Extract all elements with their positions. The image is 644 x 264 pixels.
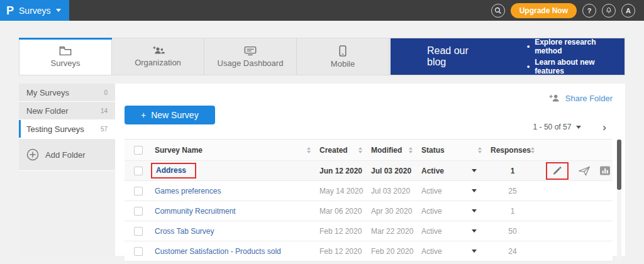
folder-icon [59,46,72,56]
survey-name-link[interactable]: Customer Satisfaction - Products sold [155,247,281,256]
search-button[interactable] [491,4,505,18]
help-button[interactable]: ? [582,4,596,18]
folder-count: 0 [104,89,108,96]
tab-label: Organization [135,58,181,67]
content-area: My Surveys 0 New Folder 14 Testing Surve… [19,84,625,256]
share-person-icon [548,94,561,102]
blog-banner-bullets: Explore research method Learn about new … [527,35,625,78]
add-folder-button[interactable]: Add Folder [19,139,115,170]
edit-survey-button[interactable] [552,166,562,176]
col-responses: Responses [491,146,531,155]
sidebar-filler [19,171,115,256]
table-row[interactable]: Cross Tab Survey Feb 12 2020 Mar 22 2020… [125,221,613,241]
sort-icon[interactable] [409,147,413,153]
folder-sidebar: My Surveys 0 New Folder 14 Testing Surve… [19,84,115,256]
app-label: Surveys [19,6,51,16]
new-survey-button[interactable]: + New Survey [125,106,215,124]
tab-label: Surveys [51,58,80,68]
responses-cell: 1 [488,207,537,216]
table-row[interactable]: Customer Satisfaction - Products sold Fe… [125,241,613,261]
survey-name-link[interactable]: Community Recruitment [155,207,236,216]
notifications-button[interactable] [602,4,616,18]
folder-count: 57 [101,126,108,133]
row-checkbox[interactable] [134,187,143,195]
folder-label: Testing Surveys [26,124,84,134]
surveys-table: Survey Name Created Modified Status Resp… [125,139,613,261]
modified-cell: Jul 03 2020 [369,167,419,175]
send-survey-button[interactable] [579,166,590,176]
sidebar-item-my-surveys[interactable]: My Surveys 0 [19,84,115,101]
people-add-icon [151,46,165,55]
edit-annotation-box [546,162,569,180]
sort-icon[interactable] [358,147,362,153]
pagination-range: 1 - 50 of 57 [533,123,572,131]
avatar[interactable]: A [621,4,635,18]
modified-cell: Jul 03 2020 [369,187,419,195]
tab-usage-dashboard[interactable]: Usage Dashboard [204,38,297,75]
tab-surveys[interactable]: Surveys [19,38,112,75]
top-bar: P Surveys Upgrade Now ? A [0,0,644,21]
row-checkbox[interactable] [134,247,143,256]
table-scrollbar[interactable] [617,140,621,261]
tab-organization[interactable]: Organization [112,38,204,75]
status-label: Active [421,187,442,195]
folder-label: My Surveys [26,88,69,97]
col-survey-name: Survey Name [155,146,203,155]
tab-strip: Surveys Organization Usage Dashboard Mob… [19,38,625,75]
sort-icon[interactable] [307,147,311,153]
status-dropdown-caret[interactable] [472,250,477,253]
page-size-dropdown[interactable] [576,126,581,129]
chevron-down-icon [56,9,61,12]
plus-circle-icon [26,148,39,161]
share-folder-link[interactable]: Share Folder [565,94,613,103]
sort-icon[interactable] [478,147,482,153]
created-cell: May 14 2020 [317,187,369,195]
table-row[interactable]: Address Jun 12 2020 Jul 03 2020 Active 1 [125,161,613,181]
modified-cell: Apr 30 2020 [369,207,419,216]
row-checkbox[interactable] [134,167,143,175]
responses-cell: 24 [488,247,537,256]
blog-banner-title: Read our blog [427,45,489,68]
modified-cell: Feb 20 2020 [369,247,419,256]
tab-mobile[interactable]: Mobile [297,38,389,75]
modified-cell: Mar 22 2020 [369,227,419,236]
created-cell: Feb 12 2020 [317,247,369,256]
sidebar-item-new-folder[interactable]: New Folder 14 [19,102,115,119]
reports-button[interactable] [600,166,610,175]
blog-banner[interactable]: Read our blog Explore research method Le… [391,38,625,75]
dashboard-icon [244,46,257,56]
bar-chart-icon [600,166,610,175]
topbar-actions: Upgrade Now ? A [491,3,644,18]
sort-icon[interactable] [531,147,535,153]
select-all-checkbox[interactable] [134,146,143,155]
survey-name-link[interactable]: Cross Tab Survey [155,227,214,236]
upgrade-now-button[interactable]: Upgrade Now [511,3,577,18]
blog-bullet: Explore research method [527,38,625,55]
status-dropdown-caret[interactable] [472,209,477,212]
survey-name-link[interactable]: Games preferences [155,187,221,195]
app-switcher[interactable]: P Surveys [0,0,69,21]
col-modified: Modified [371,146,402,155]
status-dropdown-caret[interactable] [472,229,477,233]
row-checkbox[interactable] [134,227,143,236]
row-checkbox[interactable] [134,207,143,216]
scrollbar-thumb[interactable] [617,140,621,190]
table-row[interactable]: Community Recruitment Mar 06 2020 Apr 30… [125,201,613,221]
bell-icon [605,7,613,14]
table-row[interactable]: Games preferences May 14 2020 Jul 03 202… [125,181,613,201]
status-dropdown-caret[interactable] [472,189,477,192]
add-folder-label: Add Folder [45,150,86,160]
tab-label: Mobile [331,59,355,69]
status-label: Active [421,227,442,236]
paper-plane-icon [579,166,590,176]
folder-label: New Folder [26,106,68,116]
survey-name-link[interactable]: Address [156,166,186,175]
status-label: Active [421,247,442,256]
status-label: Active [421,207,442,216]
next-page-button[interactable]: › [602,122,606,133]
pencil-icon [552,166,562,176]
phone-icon [339,45,347,57]
responses-cell: 25 [488,187,537,195]
status-dropdown-caret[interactable] [472,169,477,172]
sidebar-item-testing-surveys[interactable]: Testing Surveys 57 [19,120,115,138]
